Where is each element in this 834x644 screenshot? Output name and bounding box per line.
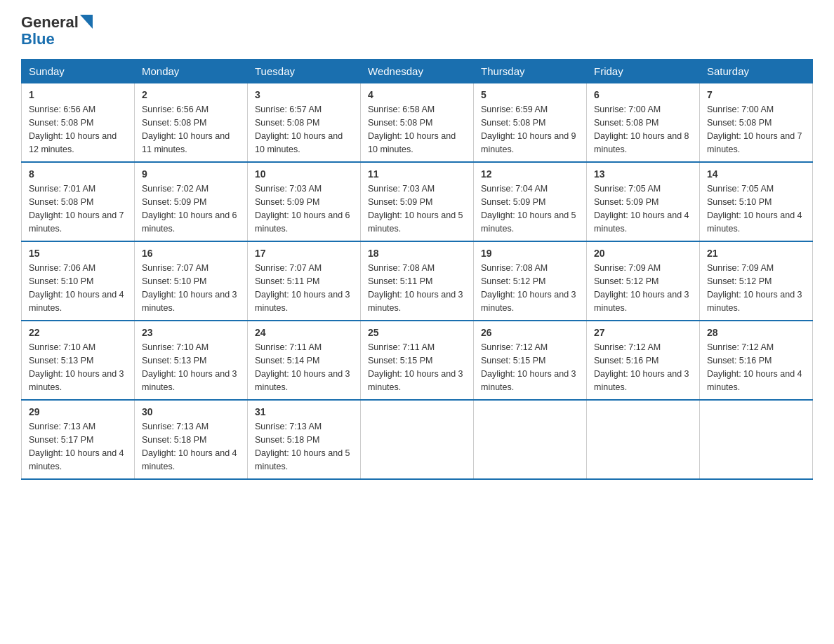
calendar-cell: 11Sunrise: 7:03 AMSunset: 5:09 PMDayligh… bbox=[361, 162, 474, 241]
calendar-cell: 4Sunrise: 6:58 AMSunset: 5:08 PMDaylight… bbox=[361, 83, 474, 163]
day-info: Sunrise: 7:02 AMSunset: 5:09 PMDaylight:… bbox=[142, 182, 240, 235]
day-number: 10 bbox=[255, 168, 353, 180]
calendar-cell: 2Sunrise: 6:56 AMSunset: 5:08 PMDaylight… bbox=[135, 83, 248, 163]
calendar-cell: 15Sunrise: 7:06 AMSunset: 5:10 PMDayligh… bbox=[22, 241, 135, 321]
calendar-week-row: 29Sunrise: 7:13 AMSunset: 5:17 PMDayligh… bbox=[22, 400, 813, 479]
day-info: Sunrise: 7:00 AMSunset: 5:08 PMDaylight:… bbox=[594, 103, 692, 156]
calendar-cell: 5Sunrise: 6:59 AMSunset: 5:08 PMDaylight… bbox=[474, 83, 587, 163]
day-number: 29 bbox=[29, 406, 127, 417]
day-info: Sunrise: 7:07 AMSunset: 5:11 PMDaylight:… bbox=[255, 262, 353, 314]
calendar-cell: 23Sunrise: 7:10 AMSunset: 5:13 PMDayligh… bbox=[135, 321, 248, 400]
calendar-cell: 31Sunrise: 7:13 AMSunset: 5:18 PMDayligh… bbox=[248, 400, 361, 479]
day-number: 19 bbox=[481, 248, 579, 259]
calendar-week-row: 1Sunrise: 6:56 AMSunset: 5:08 PMDaylight… bbox=[22, 83, 813, 163]
calendar-week-row: 8Sunrise: 7:01 AMSunset: 5:08 PMDaylight… bbox=[22, 162, 813, 241]
day-info: Sunrise: 7:03 AMSunset: 5:09 PMDaylight:… bbox=[368, 182, 466, 235]
day-number: 27 bbox=[594, 327, 692, 338]
header-tuesday: Tuesday bbox=[248, 60, 361, 83]
day-info: Sunrise: 7:07 AMSunset: 5:10 PMDaylight:… bbox=[142, 262, 240, 314]
day-info: Sunrise: 7:05 AMSunset: 5:10 PMDaylight:… bbox=[707, 182, 805, 235]
day-number: 28 bbox=[707, 327, 805, 338]
day-number: 11 bbox=[368, 168, 466, 180]
calendar-cell: 18Sunrise: 7:08 AMSunset: 5:11 PMDayligh… bbox=[361, 241, 474, 321]
day-info: Sunrise: 7:08 AMSunset: 5:11 PMDaylight:… bbox=[368, 262, 466, 314]
day-number: 8 bbox=[29, 168, 127, 180]
day-number: 18 bbox=[368, 248, 466, 259]
day-info: Sunrise: 7:12 AMSunset: 5:16 PMDaylight:… bbox=[594, 341, 692, 394]
calendar-week-row: 22Sunrise: 7:10 AMSunset: 5:13 PMDayligh… bbox=[22, 321, 813, 400]
day-number: 25 bbox=[368, 327, 466, 338]
day-info: Sunrise: 7:10 AMSunset: 5:13 PMDaylight:… bbox=[29, 341, 127, 394]
calendar-cell: 12Sunrise: 7:04 AMSunset: 5:09 PMDayligh… bbox=[474, 162, 587, 241]
day-info: Sunrise: 7:03 AMSunset: 5:09 PMDaylight:… bbox=[255, 182, 353, 235]
calendar-cell: 3Sunrise: 6:57 AMSunset: 5:08 PMDaylight… bbox=[248, 83, 361, 163]
day-number: 21 bbox=[707, 248, 805, 259]
day-info: Sunrise: 7:10 AMSunset: 5:13 PMDaylight:… bbox=[142, 341, 240, 394]
day-info: Sunrise: 7:13 AMSunset: 5:17 PMDaylight:… bbox=[29, 420, 127, 473]
calendar-cell: 28Sunrise: 7:12 AMSunset: 5:16 PMDayligh… bbox=[700, 321, 813, 400]
day-info: Sunrise: 6:59 AMSunset: 5:08 PMDaylight:… bbox=[481, 103, 579, 156]
calendar-cell: 14Sunrise: 7:05 AMSunset: 5:10 PMDayligh… bbox=[700, 162, 813, 241]
header-friday: Friday bbox=[587, 60, 700, 83]
logo-blue-text: Blue bbox=[21, 31, 93, 48]
calendar-header-row: SundayMondayTuesdayWednesdayThursdayFrid… bbox=[22, 60, 813, 83]
calendar-week-row: 15Sunrise: 7:06 AMSunset: 5:10 PMDayligh… bbox=[22, 241, 813, 321]
calendar-cell: 22Sunrise: 7:10 AMSunset: 5:13 PMDayligh… bbox=[22, 321, 135, 400]
calendar-table: SundayMondayTuesdayWednesdayThursdayFrid… bbox=[21, 59, 813, 480]
calendar-cell: 26Sunrise: 7:12 AMSunset: 5:15 PMDayligh… bbox=[474, 321, 587, 400]
day-number: 31 bbox=[255, 406, 353, 417]
day-info: Sunrise: 7:12 AMSunset: 5:16 PMDaylight:… bbox=[707, 341, 805, 394]
calendar-cell: 17Sunrise: 7:07 AMSunset: 5:11 PMDayligh… bbox=[248, 241, 361, 321]
day-number: 17 bbox=[255, 248, 353, 259]
day-info: Sunrise: 7:01 AMSunset: 5:08 PMDaylight:… bbox=[29, 182, 127, 235]
day-number: 1 bbox=[29, 89, 127, 100]
day-number: 30 bbox=[142, 406, 240, 417]
day-number: 9 bbox=[142, 168, 240, 180]
header-sunday: Sunday bbox=[22, 60, 135, 83]
day-info: Sunrise: 7:04 AMSunset: 5:09 PMDaylight:… bbox=[481, 182, 579, 235]
calendar-cell bbox=[474, 400, 587, 479]
logo-general-text: General bbox=[21, 14, 79, 31]
calendar-cell: 8Sunrise: 7:01 AMSunset: 5:08 PMDaylight… bbox=[22, 162, 135, 241]
day-number: 4 bbox=[368, 89, 466, 100]
logo: General Blue bbox=[21, 14, 93, 48]
calendar-cell: 21Sunrise: 7:09 AMSunset: 5:12 PMDayligh… bbox=[700, 241, 813, 321]
calendar-cell: 6Sunrise: 7:00 AMSunset: 5:08 PMDaylight… bbox=[587, 83, 700, 163]
calendar-cell: 20Sunrise: 7:09 AMSunset: 5:12 PMDayligh… bbox=[587, 241, 700, 321]
svg-marker-0 bbox=[80, 15, 93, 29]
day-info: Sunrise: 7:09 AMSunset: 5:12 PMDaylight:… bbox=[707, 262, 805, 314]
day-number: 14 bbox=[707, 168, 805, 180]
logo-triangle-icon bbox=[80, 15, 93, 29]
calendar-cell bbox=[587, 400, 700, 479]
day-number: 12 bbox=[481, 168, 579, 180]
calendar-cell: 1Sunrise: 6:56 AMSunset: 5:08 PMDaylight… bbox=[22, 83, 135, 163]
day-number: 20 bbox=[594, 248, 692, 259]
header-monday: Monday bbox=[135, 60, 248, 83]
day-info: Sunrise: 7:13 AMSunset: 5:18 PMDaylight:… bbox=[255, 420, 353, 473]
calendar-cell bbox=[700, 400, 813, 479]
day-number: 15 bbox=[29, 248, 127, 259]
day-number: 13 bbox=[594, 168, 692, 180]
calendar-cell: 25Sunrise: 7:11 AMSunset: 5:15 PMDayligh… bbox=[361, 321, 474, 400]
day-info: Sunrise: 7:06 AMSunset: 5:10 PMDaylight:… bbox=[29, 262, 127, 314]
day-number: 26 bbox=[481, 327, 579, 338]
calendar-cell: 30Sunrise: 7:13 AMSunset: 5:18 PMDayligh… bbox=[135, 400, 248, 479]
day-number: 2 bbox=[142, 89, 240, 100]
page-header: General Blue bbox=[21, 14, 813, 48]
calendar-cell: 9Sunrise: 7:02 AMSunset: 5:09 PMDaylight… bbox=[135, 162, 248, 241]
day-info: Sunrise: 7:12 AMSunset: 5:15 PMDaylight:… bbox=[481, 341, 579, 394]
calendar-cell: 24Sunrise: 7:11 AMSunset: 5:14 PMDayligh… bbox=[248, 321, 361, 400]
day-number: 3 bbox=[255, 89, 353, 100]
calendar-cell: 13Sunrise: 7:05 AMSunset: 5:09 PMDayligh… bbox=[587, 162, 700, 241]
header-wednesday: Wednesday bbox=[361, 60, 474, 83]
day-info: Sunrise: 7:08 AMSunset: 5:12 PMDaylight:… bbox=[481, 262, 579, 314]
day-info: Sunrise: 6:56 AMSunset: 5:08 PMDaylight:… bbox=[142, 103, 240, 156]
day-number: 24 bbox=[255, 327, 353, 338]
day-number: 7 bbox=[707, 89, 805, 100]
day-number: 23 bbox=[142, 327, 240, 338]
calendar-cell: 19Sunrise: 7:08 AMSunset: 5:12 PMDayligh… bbox=[474, 241, 587, 321]
calendar-cell: 10Sunrise: 7:03 AMSunset: 5:09 PMDayligh… bbox=[248, 162, 361, 241]
day-info: Sunrise: 7:11 AMSunset: 5:14 PMDaylight:… bbox=[255, 341, 353, 394]
day-info: Sunrise: 7:00 AMSunset: 5:08 PMDaylight:… bbox=[707, 103, 805, 156]
header-thursday: Thursday bbox=[474, 60, 587, 83]
